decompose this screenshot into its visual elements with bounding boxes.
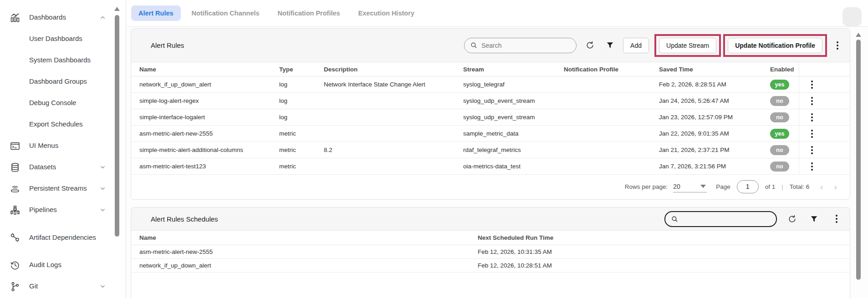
refresh-button[interactable] [584, 40, 596, 51]
sidebar-item-label: Dashboard Groups [29, 77, 87, 86]
column-header-name: Name [139, 66, 279, 73]
update-notification-profile-button[interactable]: Update Notification Profile [728, 38, 822, 53]
chevron-down-icon [99, 164, 106, 171]
table-row: asm-metric-alert-new-2555 Feb 12, 2026, … [131, 245, 850, 259]
filter-icon [810, 215, 818, 223]
filter-icon [606, 41, 614, 50]
sidebar-item-datasets[interactable]: Datasets [0, 157, 126, 178]
column-header-description: Description [324, 66, 463, 73]
add-button[interactable]: Add [623, 38, 649, 53]
filter-button[interactable] [604, 40, 616, 51]
page-scrollbar[interactable] [856, 0, 861, 298]
prev-page-button[interactable]: ‹ [820, 182, 823, 191]
table-row: simple-log-alert-regex log syslog_udp_ev… [131, 93, 850, 109]
cell-type: log [279, 114, 324, 121]
artifact-link-icon [10, 232, 20, 243]
cell-stream: syslog_udp_event_stream [463, 97, 564, 104]
table-row: asm-metric-alert-test123 metric oia-metr… [131, 158, 850, 175]
sidebar-item-pipelines[interactable]: Pipelines [0, 199, 126, 221]
pagination-bar: Rows per page: 20 Page of 1 | Total: 6 ‹… [131, 175, 850, 198]
table-row: asm-metric-alert-new-2555 metric sample_… [131, 126, 850, 142]
sidebar-item-label: System Dashboards [29, 56, 91, 65]
row-actions-button[interactable] [799, 128, 811, 140]
sidebar-item-label: Export Schedules [29, 120, 83, 129]
next-page-button[interactable]: › [834, 182, 837, 191]
column-header-saved-time: Saved Time [659, 66, 770, 73]
schedules-table-header: Name Next Scheduled Run Time [131, 231, 850, 245]
cell-saved-time: Jan 24, 2026, 5:26:47 AM [659, 97, 770, 104]
more-options-button[interactable] [831, 213, 842, 225]
sidebar-item-user-dashboards[interactable]: User Dashboards [0, 28, 126, 50]
cell-stream: oia-metrics-data_test [463, 163, 564, 170]
page-scrollbar-thumb[interactable] [856, 40, 861, 280]
terminal-icon [10, 141, 20, 152]
chevron-down-icon [99, 207, 106, 213]
sidebar-item-system-dashboards[interactable]: System Dashboards [0, 50, 126, 71]
search-input[interactable] [481, 42, 563, 49]
cell-saved-time: Jan 21, 2026, 2:37:21 PM [659, 146, 770, 153]
pipeline-icon [10, 205, 20, 216]
git-branch-icon [10, 281, 20, 292]
update-stream-button[interactable]: Update Stream [659, 38, 716, 53]
database-icon [10, 162, 20, 173]
alert-rules-search[interactable] [464, 38, 577, 53]
chevron-down-icon [99, 283, 106, 290]
tab-alert-rules[interactable]: Alert Rules [131, 5, 181, 21]
cell-saved-time: Feb 2, 2026, 8:28:51 AM [659, 81, 770, 88]
cell-name: network_if_up_down_alert [139, 81, 279, 88]
alert-rules-toolbar: Add Update Stream Update Notification Pr… [464, 34, 850, 57]
sidebar-item-label: Audit Logs [29, 260, 61, 269]
row-actions-button[interactable] [799, 144, 811, 156]
filter-button[interactable] [808, 213, 820, 225]
enabled-badge: no [770, 112, 789, 122]
sidebar-scrollbar[interactable] [115, 0, 119, 298]
update-stream-annotation-box: Update Stream [654, 34, 721, 57]
schedules-search[interactable] [664, 211, 777, 227]
cell-name: asm-metric-alert-new-2555 [139, 248, 478, 255]
schedules-panel-header: Alert Rules Schedules [131, 207, 850, 231]
cell-saved-time: Jan 7, 2026, 3:21:56 PM [659, 163, 770, 170]
page-number-input[interactable] [737, 180, 759, 193]
sidebar-item-label: Datasets [29, 162, 56, 172]
row-actions-button[interactable] [799, 111, 811, 123]
tab-execution-history[interactable]: Execution History [351, 5, 422, 21]
sidebar-item-persistent-streams[interactable]: Persistent Streams [0, 178, 126, 199]
sidebar-item-audit-logs[interactable]: Audit Logs [0, 254, 126, 276]
cell-type: metric [279, 163, 324, 170]
rows-per-page-label: Rows per page: [625, 183, 668, 190]
total-count-label: Total: 6 [790, 183, 810, 190]
sidebar-item-artifact-dependencies[interactable]: Artifact Dependencies [0, 221, 126, 254]
column-header-enabled: Enabled [770, 66, 799, 73]
search-input[interactable] [682, 215, 764, 222]
scroll-up-arrow-icon[interactable] [856, 33, 861, 37]
row-actions-button[interactable] [799, 161, 811, 172]
page-label: Page [716, 183, 730, 190]
sidebar-item-git[interactable]: Git [0, 276, 126, 297]
column-header-name: Name [139, 234, 478, 241]
kebab-menu-icon [836, 215, 837, 223]
schedules-toolbar [664, 211, 850, 227]
sidebar-item-debug-console[interactable]: Debug Console [0, 92, 126, 114]
kebab-menu-icon [811, 162, 813, 171]
more-options-button[interactable] [832, 40, 843, 51]
sidebar-item-dashboards[interactable]: Dashboards [0, 7, 126, 28]
cell-saved-time: Jan 22, 2026, 9:01:35 AM [659, 130, 770, 137]
tab-notification-channels[interactable]: Notification Channels [184, 5, 267, 21]
scroll-up-arrow-icon[interactable] [114, 7, 120, 11]
tab-notification-profiles[interactable]: Notification Profiles [271, 5, 347, 21]
sidebar-item-export-schedules[interactable]: Export Schedules [0, 114, 126, 135]
row-actions-button[interactable] [799, 95, 811, 107]
row-actions-button[interactable] [799, 79, 811, 91]
sidebar-scrollbar-thumb[interactable] [115, 15, 119, 237]
sidebar-item-ui-menus[interactable]: UI Menus [0, 135, 126, 157]
kebab-menu-icon [837, 41, 838, 50]
rows-per-page-select[interactable]: 20 [673, 181, 707, 192]
cell-name: network_if_up_down_alert [139, 262, 478, 269]
cell-type: metric [279, 146, 324, 153]
enabled-badge: yes [770, 129, 789, 139]
app-root: Dashboards User Dashboards System Dashbo… [0, 0, 868, 298]
stream-icon [10, 183, 20, 194]
refresh-button[interactable] [786, 213, 798, 225]
cell-stream: syslog_udp_event_stream [463, 114, 564, 121]
sidebar-item-dashboard-groups[interactable]: Dashboard Groups [0, 71, 126, 92]
